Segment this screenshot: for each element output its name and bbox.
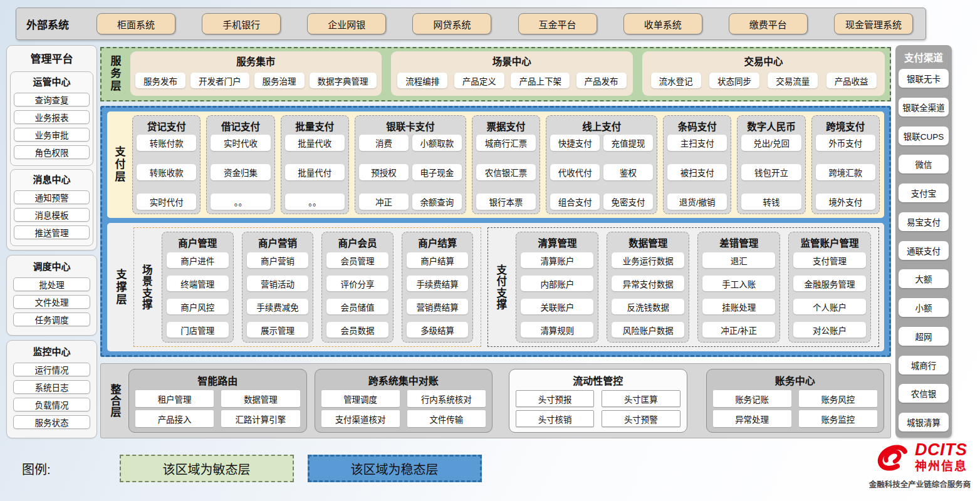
support-item-button[interactable]: 多级结算	[407, 322, 469, 338]
service-item-button[interactable]: 产品定义	[454, 73, 504, 88]
payment-item-button[interactable]: 被扫支付	[667, 164, 727, 180]
payment-item-button[interactable]: 代收代付	[550, 164, 600, 180]
support-item-button[interactable]: 商户风控	[167, 299, 229, 314]
payment-item-button[interactable]: 境外支付	[816, 194, 875, 210]
integration-item-button[interactable]: 头寸匡算	[602, 390, 680, 407]
service-item-button[interactable]: 流程编排	[397, 73, 447, 88]
integration-item-button[interactable]: 头寸核销	[516, 410, 594, 427]
integration-item-button[interactable]: 异常处理	[713, 410, 791, 427]
support-item-button[interactable]: 反洗钱数据	[612, 299, 684, 314]
payment-item-button[interactable]: 钱包开立	[741, 164, 801, 180]
integration-item-button[interactable]: 租户管理	[135, 390, 214, 407]
payment-item-button[interactable]: 转账付款	[137, 135, 196, 151]
external-system-button[interactable]: 柜面系统	[96, 13, 175, 34]
integration-item-button[interactable]: 管理调度	[321, 390, 400, 407]
payment-channel-button[interactable]: 城银清算	[899, 413, 949, 431]
payment-channel-button[interactable]: 农信银	[899, 384, 949, 403]
payment-item-button[interactable]: 跨境汇款	[816, 164, 875, 180]
management-item-button[interactable]: 负载情况	[13, 398, 90, 411]
support-item-button[interactable]: 清算规则	[521, 322, 593, 338]
management-item-button[interactable]: 服务状态	[13, 415, 90, 429]
payment-item-button[interactable]: 余额查询	[412, 194, 462, 210]
payment-channel-button[interactable]: 城商行	[899, 356, 949, 374]
payment-item-button[interactable]: 转账收款	[137, 164, 196, 180]
support-item-button[interactable]: 展示管理	[247, 322, 309, 338]
payment-channel-button[interactable]: 银联全渠道	[899, 98, 949, 116]
payment-item-button[interactable]: 转钱	[741, 194, 801, 210]
external-system-button[interactable]: 手机银行	[202, 13, 281, 34]
support-item-button[interactable]: 挂账处理	[702, 299, 775, 314]
support-item-button[interactable]: 金融服务管理	[793, 276, 866, 291]
payment-item-button[interactable]: 实时代收	[211, 135, 270, 151]
payment-item-button[interactable]: 。。	[211, 194, 270, 210]
integration-item-button[interactable]: 文件传输	[407, 410, 486, 427]
support-item-button[interactable]: 个人账户	[793, 299, 866, 314]
support-item-button[interactable]: 营销费结算	[407, 299, 469, 314]
integration-item-button[interactable]: 账务监控	[799, 410, 877, 427]
service-item-button[interactable]: 服务发布	[135, 73, 185, 88]
integration-item-button[interactable]: 头寸预报	[516, 390, 594, 407]
support-item-button[interactable]: 门店管理	[167, 322, 229, 338]
support-item-button[interactable]: 冲正/补正	[702, 322, 775, 338]
support-item-button[interactable]: 商户结算	[407, 252, 469, 268]
management-item-button[interactable]: 批处理	[13, 277, 90, 291]
support-item-button[interactable]: 关联账户	[521, 299, 593, 314]
support-item-button[interactable]: 评价分享	[326, 276, 388, 291]
management-item-button[interactable]: 系统日志	[13, 380, 90, 394]
management-item-button[interactable]: 文件处理	[13, 295, 90, 309]
management-item-button[interactable]: 推送管理	[14, 225, 90, 239]
service-item-button[interactable]: 数据字典管理	[310, 73, 377, 88]
management-item-button[interactable]: 查询查复	[14, 93, 90, 106]
payment-item-button[interactable]: 预授权	[359, 164, 409, 180]
integration-item-button[interactable]: 产品接入	[135, 410, 214, 427]
payment-item-button[interactable]: 农信银汇票	[476, 164, 536, 180]
support-item-button[interactable]: 对公账户	[793, 322, 866, 338]
integration-item-button[interactable]: 汇路计算引擎	[221, 410, 300, 427]
support-item-button[interactable]: 商户进件	[167, 252, 229, 268]
payment-item-button[interactable]: 消费	[359, 135, 409, 151]
management-item-button[interactable]: 角色权限	[14, 145, 90, 159]
support-item-button[interactable]: 退汇	[702, 252, 775, 268]
payment-item-button[interactable]: 冲正	[359, 194, 409, 210]
support-item-button[interactable]: 清算账户	[521, 252, 593, 268]
payment-item-button[interactable]: 。。	[285, 194, 345, 210]
payment-item-button[interactable]: 城商行汇票	[476, 135, 536, 151]
integration-item-button[interactable]: 头寸预警	[602, 410, 680, 427]
service-item-button[interactable]: 开发者门户	[190, 73, 249, 88]
service-item-button[interactable]: 产品发布	[576, 73, 627, 88]
support-item-button[interactable]: 会员数据	[326, 322, 388, 338]
support-item-button[interactable]: 异常支付数据	[612, 276, 684, 291]
support-item-button[interactable]: 风险账户数据	[612, 322, 684, 338]
payment-item-button[interactable]: 批量代收	[285, 135, 345, 151]
support-item-button[interactable]: 支付管理	[793, 252, 866, 268]
support-item-button[interactable]: 内部账户	[521, 276, 593, 291]
payment-channel-button[interactable]: 银联无卡	[899, 69, 949, 88]
external-system-button[interactable]: 缴费平台	[729, 13, 808, 34]
service-item-button[interactable]: 状态同步	[709, 73, 759, 88]
payment-item-button[interactable]: 外币支付	[816, 135, 875, 151]
payment-channel-button[interactable]: 小额	[899, 298, 949, 317]
support-item-button[interactable]: 手续费结算	[407, 276, 469, 291]
integration-item-button[interactable]: 行内系统核对	[407, 390, 486, 407]
payment-channel-button[interactable]: 银联CUPS	[899, 127, 949, 145]
payment-item-button[interactable]: 主扫支付	[667, 135, 727, 151]
payment-item-button[interactable]: 快捷支付	[550, 135, 600, 151]
integration-item-button[interactable]: 账务记账	[713, 390, 791, 407]
payment-channel-button[interactable]: 易宝支付	[899, 212, 949, 231]
payment-item-button[interactable]: 批量代付	[285, 164, 345, 180]
service-item-button[interactable]: 服务治理	[254, 73, 305, 88]
integration-item-button[interactable]: 账务风控	[799, 390, 877, 407]
payment-channel-button[interactable]: 支付宝	[899, 183, 949, 202]
service-item-button[interactable]: 产品收益	[826, 73, 877, 88]
payment-channel-button[interactable]: 超网	[899, 327, 949, 346]
payment-item-button[interactable]: 电子现金	[412, 164, 462, 180]
management-item-button[interactable]: 业务报表	[14, 110, 90, 124]
support-item-button[interactable]: 会员管理	[326, 252, 388, 268]
support-item-button[interactable]: 商户营销	[247, 252, 309, 268]
management-item-button[interactable]: 业务审批	[14, 128, 90, 142]
payment-item-button[interactable]: 实时代付	[137, 194, 196, 210]
external-system-button[interactable]: 收单系统	[623, 13, 702, 34]
management-item-button[interactable]: 通知预警	[14, 190, 90, 204]
payment-item-button[interactable]: 资金归集	[211, 164, 270, 180]
support-item-button[interactable]: 营销活动	[247, 276, 309, 291]
